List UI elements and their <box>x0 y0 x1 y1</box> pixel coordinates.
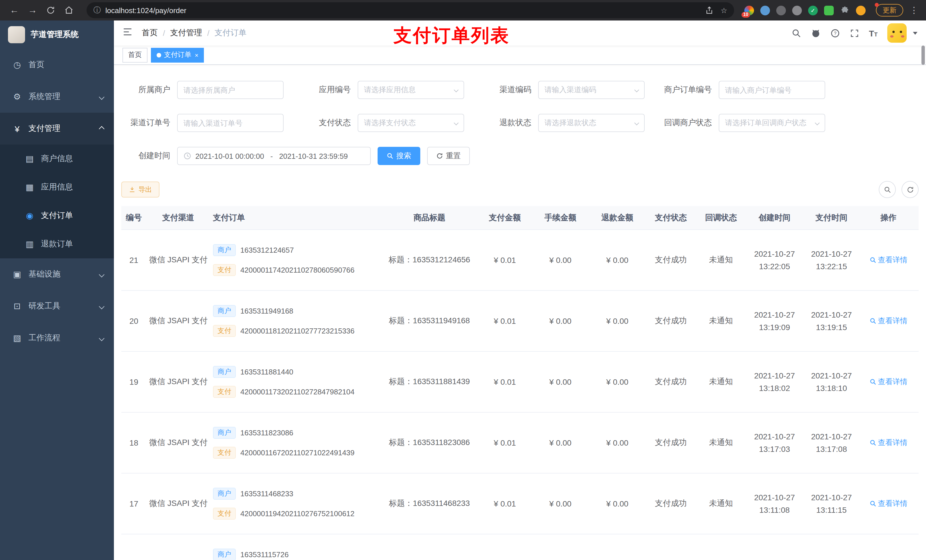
avatar[interactable] <box>887 23 906 43</box>
col-refund: 退款金额 <box>589 213 646 223</box>
site-info-icon[interactable]: ⓘ <box>94 5 101 15</box>
home-button[interactable] <box>62 3 76 18</box>
create-time-range-picker[interactable]: 2021-10-01 00:00:00 - 2021-10-31 23:59:5… <box>177 147 371 165</box>
extension-icon[interactable] <box>760 5 770 15</box>
sidebar-item-dev-tools[interactable]: ⊡ 研发工具 <box>0 290 114 322</box>
refresh-table-button[interactable] <box>902 181 918 198</box>
cell-create-time: 2021-10-27 13:11:08 <box>746 491 803 516</box>
grid-icon: ▦ <box>23 182 36 192</box>
extensions-puzzle-icon[interactable] <box>840 5 850 15</box>
close-icon[interactable]: × <box>195 51 198 58</box>
search-icon[interactable] <box>791 28 801 38</box>
extension-icon[interactable]: ✓ <box>808 5 818 15</box>
sidebar-item-workflow[interactable]: ▧ 工作流程 <box>0 322 114 354</box>
extension-icon[interactable] <box>792 5 802 15</box>
merchant-tag: 商户 <box>213 305 236 317</box>
clock-icon <box>183 152 191 160</box>
hamburger-button[interactable] <box>123 27 133 39</box>
cell-action: 查看详情 <box>860 438 917 448</box>
pay-order-table: 编号 支付渠道 支付订单 商品标题 支付金额 手续金额 退款金额 支付状态 回调… <box>121 206 918 560</box>
top-navbar: 首页 / 支付管理 / 支付订单 支付订单列表 ? TT <box>114 21 926 45</box>
forward-button[interactable]: → <box>25 3 40 18</box>
cell-id: 21 <box>121 255 146 265</box>
channel-order-no-input[interactable] <box>177 114 284 132</box>
cell-pay-time: 2021-10-27 13:11:15 <box>803 491 860 516</box>
merchant-order-no: 1635311949168 <box>240 307 293 315</box>
extension-icon[interactable] <box>856 5 865 15</box>
cell-action: 查看详情 <box>860 316 917 326</box>
cell-notify-status: 未通知 <box>696 316 746 326</box>
bookmark-star-icon[interactable]: ☆ <box>721 6 727 15</box>
view-detail-link[interactable]: 查看详情 <box>863 498 914 509</box>
merchant-tag: 商户 <box>213 366 236 378</box>
cell-pay-status: 支付成功 <box>646 377 696 387</box>
sidebar-item-app-info[interactable]: ▦ 应用信息 <box>0 173 114 201</box>
browser-update-button[interactable]: 更新 <box>876 4 903 17</box>
breadcrumb-payment[interactable]: 支付管理 <box>170 28 202 38</box>
extension-icon[interactable] <box>776 5 786 15</box>
col-title: 商品标题 <box>381 213 478 223</box>
view-detail-link[interactable]: 查看详情 <box>863 377 914 387</box>
table-row: 21 微信 JSAPI 支付 商户 1635312124657 支付 42000… <box>121 230 918 291</box>
cell-refund: ¥ 0.00 <box>589 377 646 386</box>
pay-order-no: 4200001181202110277723215336 <box>240 327 354 335</box>
col-id: 编号 <box>121 213 146 223</box>
search-icon <box>884 186 891 193</box>
breadcrumb-home[interactable]: 首页 <box>142 28 158 38</box>
update-notification-dot <box>875 3 879 7</box>
cell-pay-channel: 微信 JSAPI 支付 <box>146 255 210 265</box>
view-detail-link[interactable]: 查看详情 <box>863 255 914 265</box>
pay-status-select[interactable]: 请选择支付状态 <box>358 114 464 132</box>
sidebar-item-system[interactable]: ⚙ 系统管理 <box>0 81 114 113</box>
channel-code-select[interactable]: 请输入渠道编码 <box>538 81 645 99</box>
col-action: 操作 <box>860 213 917 223</box>
col-pay-order: 支付订单 <box>210 213 381 223</box>
sidebar-item-payment[interactable]: ¥ 支付管理 <box>0 113 114 145</box>
help-icon[interactable]: ? <box>830 28 840 38</box>
fullscreen-icon[interactable] <box>849 28 859 38</box>
browser-menu-icon[interactable]: ⋮ <box>909 5 919 15</box>
reset-button[interactable]: 重置 <box>427 147 470 165</box>
toggle-search-button[interactable] <box>879 181 896 198</box>
merchant-order-no: 1635312124657 <box>240 246 294 254</box>
share-icon[interactable] <box>705 6 714 15</box>
sidebar-item-pay-order[interactable]: ◉ 支付订单 <box>0 201 114 230</box>
user-caret-icon[interactable] <box>913 32 917 35</box>
table-header: 编号 支付渠道 支付订单 商品标题 支付金额 手续金额 退款金额 支付状态 回调… <box>121 206 918 230</box>
view-detail-link[interactable]: 查看详情 <box>863 316 914 326</box>
col-channel: 支付渠道 <box>146 213 210 223</box>
sidebar-item-refund-order[interactable]: ▥ 退款订单 <box>0 230 114 258</box>
cell-pay-order: 商户 1635311949168 支付 42000011812021102777… <box>210 305 381 337</box>
extension-icon[interactable] <box>824 5 834 15</box>
browser-chrome: ← → ⓘ localhost:1024/pay/order ☆ 10 ✓ <box>0 0 926 21</box>
yen-icon: ¥ <box>10 124 24 133</box>
tab-pay-order[interactable]: 支付订单 × <box>151 48 204 62</box>
extension-icon[interactable]: 10 <box>744 5 754 15</box>
export-button[interactable]: 导出 <box>121 181 159 198</box>
cell-pay-channel: 微信 JSAPI 支付 <box>146 316 210 326</box>
dashboard-icon: ◷ <box>10 60 24 70</box>
merchant-tag: 商户 <box>213 488 236 500</box>
search-button[interactable]: 搜索 <box>378 147 420 165</box>
cell-notify-status: 未通知 <box>696 438 746 448</box>
merchant-order-no-input[interactable] <box>719 81 825 99</box>
view-detail-link[interactable]: 查看详情 <box>863 438 914 448</box>
font-size-icon[interactable]: TT <box>869 28 878 38</box>
merchant-input[interactable] <box>177 81 284 99</box>
callback-status-select[interactable]: 请选择订单回调商户状态 <box>719 114 825 132</box>
address-bar[interactable]: ⓘ localhost:1024/pay/order ☆ <box>86 2 734 18</box>
sidebar-item-infrastructure[interactable]: ▣ 基础设施 <box>0 258 114 290</box>
sidebar-item-home[interactable]: ◷ 首页 <box>0 49 114 81</box>
back-button[interactable]: ← <box>7 3 22 18</box>
table-body: 21 微信 JSAPI 支付 商户 1635312124657 支付 42000… <box>121 230 918 560</box>
cell-notify-status: 未通知 <box>696 498 746 509</box>
reload-button[interactable] <box>43 3 58 18</box>
pay-tag: 支付 <box>213 508 236 519</box>
refund-status-select[interactable]: 请选择退款状态 <box>538 114 645 132</box>
sidebar-item-merchant-info[interactable]: ▤ 商户信息 <box>0 145 114 173</box>
scrollbar-thumb[interactable] <box>921 45 925 65</box>
merchant-tag: 商户 <box>213 244 236 256</box>
github-icon[interactable] <box>811 28 820 38</box>
tab-home[interactable]: 首页 <box>123 48 147 62</box>
app-no-select[interactable]: 请选择应用信息 <box>358 81 464 99</box>
